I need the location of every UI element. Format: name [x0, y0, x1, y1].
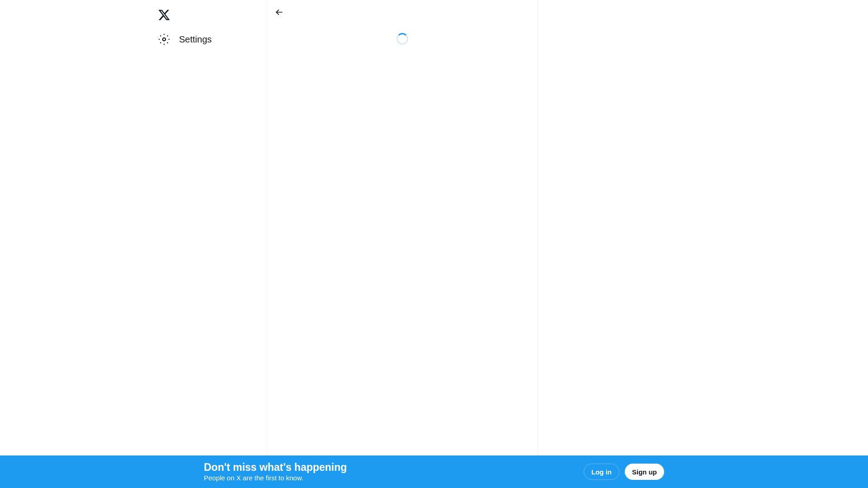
banner-title: Don't miss what's happening: [204, 461, 347, 474]
main-content: [267, 0, 538, 488]
back-button[interactable]: [271, 4, 287, 20]
loading-spinner-icon: [396, 33, 408, 45]
signup-button[interactable]: Sign up: [625, 464, 664, 480]
x-logo-icon: [158, 9, 170, 21]
main-header: [267, 0, 538, 24]
login-button[interactable]: Log in: [584, 464, 619, 480]
sidebar-item-label: Settings: [179, 34, 212, 45]
gear-icon: [158, 33, 170, 45]
sidebar-item-settings[interactable]: Settings: [153, 28, 217, 51]
x-logo[interactable]: [153, 4, 175, 26]
signup-banner: Don't miss what's happening People on X …: [0, 455, 868, 488]
loading-container: [267, 24, 538, 45]
sidebar: Settings: [149, 0, 267, 488]
banner-subtitle: People on X are the first to know.: [204, 474, 347, 483]
svg-point-0: [163, 38, 166, 41]
arrow-left-icon: [274, 8, 283, 17]
right-column: [538, 0, 719, 488]
